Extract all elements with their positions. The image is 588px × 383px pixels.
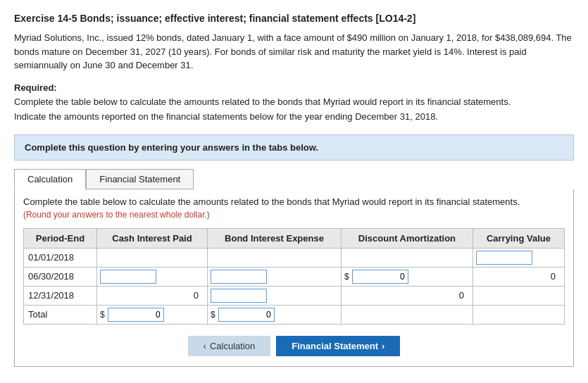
amortization-table: Period-End Cash Interest Paid Bond Inter… <box>23 228 565 325</box>
carrying-value-06302018: 0 <box>473 267 564 286</box>
bond-interest-06302018-input[interactable] <box>211 270 267 284</box>
discount-amort-01012018 <box>342 248 473 267</box>
period-12312018: 12/31/2018 <box>24 286 97 305</box>
discount-amort-06302018: $ <box>342 267 473 286</box>
bond-interest-06302018[interactable] <box>207 267 341 286</box>
nav-buttons: ‹ Calculation Financial Statement › <box>23 336 565 356</box>
header-period: Period-End <box>24 228 97 248</box>
next-label: Financial Statement <box>292 341 378 351</box>
period-total: Total <box>24 305 97 324</box>
period-06302018: 06/30/2018 <box>24 267 97 286</box>
required-text-2: Indicate the amounts reported on the fin… <box>14 111 438 122</box>
dollar-prefix: $ <box>344 272 351 282</box>
tab-financial-statement[interactable]: Financial Statement <box>86 169 194 189</box>
round-note: (Round your answers to the nearest whole… <box>23 210 565 220</box>
header-carrying-value: Carrying Value <box>473 228 564 248</box>
bond-interest-12312018[interactable] <box>207 286 341 305</box>
table-row: 06/30/2018 $ <box>24 267 565 286</box>
tabs-row: Calculation Financial Statement <box>14 169 574 189</box>
prev-label: Calculation <box>210 341 255 351</box>
prev-arrow: ‹ <box>204 341 206 351</box>
table-row: 01/01/2018 <box>24 248 565 267</box>
tab-content: Complete the table below to calculate th… <box>14 189 574 367</box>
table-row-total: Total $ $ <box>24 305 565 324</box>
table-row: 12/31/2018 0 0 <box>24 286 565 305</box>
cash-interest-01012018 <box>96 248 207 267</box>
page-title: Exercise 14-5 Bonds; issuance; effective… <box>14 13 574 24</box>
bond-interest-12312018-input[interactable] <box>211 289 267 303</box>
cash-interest-06302018-input[interactable] <box>100 270 156 284</box>
prev-button[interactable]: ‹ Calculation <box>188 336 271 356</box>
dollar-prefix-total-cash: $ <box>100 310 106 320</box>
discount-amort-total <box>342 305 473 324</box>
header-discount-amort: Discount Amortization <box>342 228 473 248</box>
carrying-value-12312018 <box>473 286 564 305</box>
cash-interest-12312018: 0 <box>96 286 207 305</box>
carrying-value-total <box>473 305 564 324</box>
bond-interest-total: $ <box>207 305 341 324</box>
carrying-value-01012018-input[interactable] <box>476 251 532 265</box>
description: Myriad Solutions, Inc., issued 12% bonds… <box>14 31 574 73</box>
discount-amort-12312018: 0 <box>342 286 473 305</box>
required-text-1: Complete the table below to calculate th… <box>14 96 511 107</box>
required-label: Required: <box>14 82 57 93</box>
next-button[interactable]: Financial Statement › <box>276 336 400 356</box>
tab-calculation[interactable]: Calculation <box>14 169 86 189</box>
carrying-value-01012018[interactable] <box>473 248 564 267</box>
cash-interest-total: $ <box>96 305 207 324</box>
bond-interest-total-input[interactable] <box>218 308 275 322</box>
bond-interest-01012018 <box>207 248 341 267</box>
discount-amort-06302018-input[interactable] <box>352 270 408 284</box>
header-bond-interest: Bond Interest Expense <box>207 228 341 248</box>
blue-bar: Complete this question by entering your … <box>14 134 574 161</box>
required-section: Required: Complete the table below to ca… <box>14 81 574 125</box>
cash-interest-total-input[interactable] <box>108 308 164 322</box>
tab-instruction: Complete the table below to calculate th… <box>23 196 565 207</box>
header-cash-interest: Cash Interest Paid <box>96 228 207 248</box>
next-arrow: › <box>382 341 384 351</box>
cash-interest-06302018[interactable] <box>96 267 207 286</box>
period-01012018: 01/01/2018 <box>24 248 97 267</box>
dollar-prefix-total-bond: $ <box>211 310 217 320</box>
